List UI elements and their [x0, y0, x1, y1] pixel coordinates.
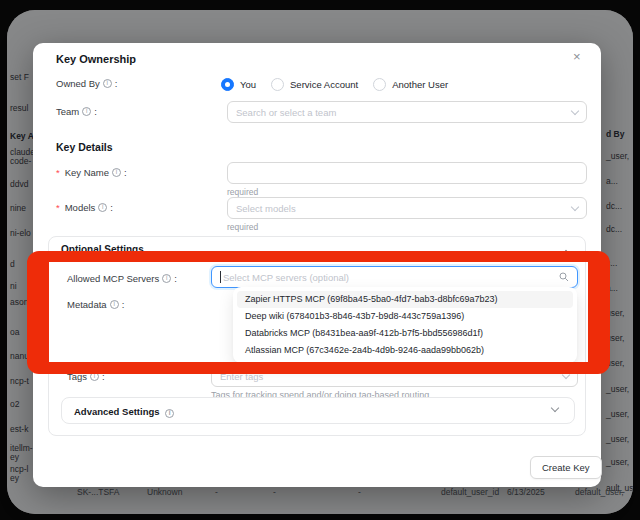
required-asterisk: * [56, 202, 60, 213]
radio-label: Another User [392, 79, 448, 90]
close-icon[interactable]: × [573, 49, 581, 64]
chevron-down-icon [551, 404, 559, 412]
key-name-input[interactable] [227, 162, 587, 184]
models-select[interactable]: Select models [227, 197, 587, 219]
owned-by-radio-option[interactable]: Service Account [271, 78, 358, 91]
radio-icon [373, 78, 386, 91]
screenshot-stage: set FresulKey Aclaudecode-ddvdnineni-elo… [0, 0, 640, 520]
required-asterisk: * [56, 167, 60, 178]
models-required-note: required [227, 222, 258, 232]
key-name-required-note: required [227, 187, 258, 197]
info-icon: i [103, 79, 112, 88]
info-icon: i [98, 203, 107, 212]
team-select[interactable]: Search or select a team [227, 101, 587, 123]
owned-by-radio-option[interactable]: Another User [373, 78, 448, 91]
chevron-down-icon [571, 106, 579, 114]
key-details-heading: Key Details [56, 141, 113, 153]
chevron-down-icon [571, 202, 579, 210]
info-icon: i [112, 168, 121, 177]
models-label: *Modelsi: [56, 202, 113, 213]
advanced-settings-heading: Advanced Settings i [74, 406, 174, 418]
annotation-highlight-rectangle [27, 251, 610, 374]
owned-by-radio-group: You Service Account Another User [221, 77, 448, 91]
owned-by-radio-option[interactable]: You [221, 78, 256, 91]
info-icon: i [82, 107, 91, 116]
create-key-button[interactable]: Create Key [530, 456, 602, 479]
key-name-label: *Key Namei: [56, 167, 127, 178]
team-label: Teami: [56, 106, 97, 117]
radio-icon [271, 78, 284, 91]
info-icon: i [165, 409, 174, 418]
advanced-settings-panel[interactable]: Advanced Settings i [61, 397, 575, 424]
radio-icon [221, 78, 234, 91]
radio-label: Service Account [290, 79, 358, 90]
models-placeholder: Select models [236, 203, 572, 214]
owned-by-label: Owned Byi: [56, 78, 117, 89]
radio-label: You [240, 79, 256, 90]
modal-title: Key Ownership [56, 53, 136, 65]
team-placeholder: Search or select a team [236, 107, 572, 118]
